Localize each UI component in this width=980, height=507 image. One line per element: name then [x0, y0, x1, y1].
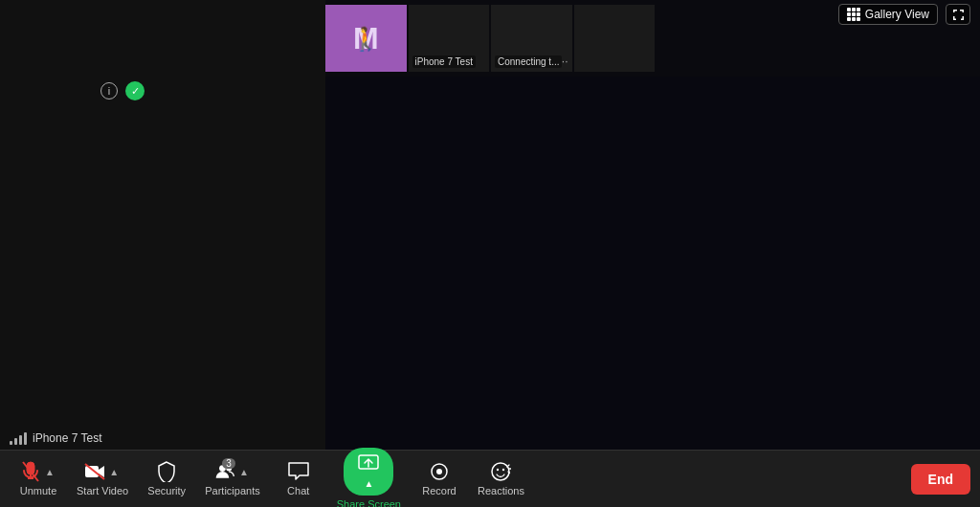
reactions-icon: [490, 461, 511, 482]
main-area: i ✓ Gallery View: [0, 0, 980, 450]
start-video-label: Start Video: [77, 485, 128, 496]
info-icon[interactable]: i: [100, 82, 118, 99]
chat-button[interactable]: Chat: [270, 456, 327, 501]
participant-label-3: Connecting t...: [495, 55, 562, 68]
muted-person-icon: 🚶: [351, 26, 380, 53]
unmute-arrow-icon[interactable]: ▲: [43, 465, 56, 479]
chat-icon: [288, 461, 309, 482]
local-user-name: iPhone 7 Test: [33, 431, 102, 445]
share-screen-icon: [358, 452, 379, 474]
record-label: Record: [422, 485, 456, 496]
signal-strength-icon: [10, 431, 27, 445]
end-button[interactable]: End: [911, 464, 970, 495]
unmute-label: Unmute: [20, 485, 57, 496]
unmute-control: ▲: [20, 461, 56, 482]
participants-button[interactable]: 3 ▲ Participants: [195, 456, 269, 501]
share-screen-control: ▲: [344, 448, 393, 496]
left-panel: i ✓: [0, 0, 325, 450]
security-shield-icon: ✓: [125, 81, 145, 100]
svg-point-13: [502, 469, 504, 471]
reactions-button[interactable]: Reactions: [468, 456, 534, 501]
top-bar: Gallery View: [325, 0, 980, 29]
participants-arrow-icon[interactable]: ▲: [237, 465, 251, 479]
gallery-view-button[interactable]: Gallery View: [838, 4, 938, 25]
participants-control: 3 ▲: [214, 461, 251, 482]
svg-point-11: [492, 463, 509, 480]
signal-bar-2: [14, 438, 17, 445]
reactions-label: Reactions: [478, 485, 524, 496]
fullscreen-icon: [952, 9, 965, 21]
video-arrow-icon[interactable]: ▲: [107, 465, 121, 479]
toolbar: ▲ Unmute ▲ Start Video Security: [0, 450, 980, 507]
participants-label: Participants: [205, 485, 259, 496]
security-icon: [156, 461, 177, 482]
gallery-grid-icon: [847, 8, 860, 21]
share-screen-label: Share Screen: [337, 498, 401, 507]
fullscreen-button[interactable]: [946, 4, 970, 25]
svg-point-10: [436, 469, 442, 474]
mic-icon: [20, 461, 41, 482]
share-screen-arrow-icon[interactable]: ▲: [362, 476, 375, 491]
start-video-button[interactable]: ▲ Start Video: [67, 456, 138, 501]
record-icon: [429, 461, 450, 482]
gallery-view-label: Gallery View: [865, 8, 929, 21]
unmute-button[interactable]: ▲ Unmute: [10, 456, 67, 501]
right-panel: Gallery View M 🚶 iPhone 7 Test Connectin…: [325, 0, 980, 450]
signal-bar-4: [24, 432, 27, 445]
signal-bar-3: [19, 435, 22, 445]
svg-rect-4: [85, 466, 99, 477]
local-user-info: iPhone 7 Test: [10, 431, 102, 445]
chat-label: Chat: [287, 485, 309, 496]
share-screen-button[interactable]: ▲ Share Screen: [327, 443, 411, 507]
video-content: [325, 77, 980, 450]
security-button[interactable]: Security: [138, 456, 195, 501]
signal-bar-1: [10, 441, 12, 445]
svg-point-12: [497, 469, 499, 471]
participant-options-3[interactable]: ··: [562, 55, 568, 68]
video-control: ▲: [84, 461, 121, 482]
participant-label-2: iPhone 7 Test: [412, 55, 476, 68]
camera-icon: [84, 461, 105, 482]
info-icons: i ✓: [100, 81, 145, 100]
security-label: Security: [147, 485, 186, 496]
record-button[interactable]: Record: [411, 456, 468, 501]
participant-count-badge: 3: [222, 458, 235, 469]
